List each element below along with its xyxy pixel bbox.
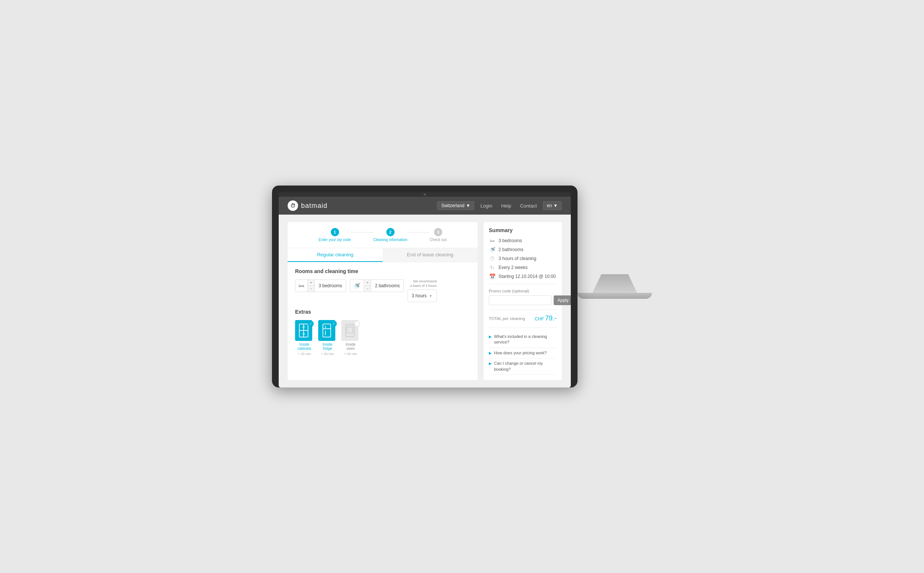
cabinets-label: Insidecabinets <box>297 342 311 351</box>
bedrooms-decrement-button[interactable]: − <box>308 286 315 292</box>
svg-point-14 <box>349 325 350 326</box>
summary-calendar-icon: 📅 <box>489 274 495 279</box>
summary-bathrooms-text: 2 bathrooms <box>498 247 523 252</box>
faq-text-1: What's included in a cleaning service? <box>494 334 557 345</box>
step-3: 3 Check out <box>429 228 446 242</box>
svg-point-4 <box>304 327 305 327</box>
fridge-svg <box>321 323 332 338</box>
svg-point-6 <box>304 334 305 335</box>
rooms-section-title: Rooms and cleaning time <box>295 268 470 274</box>
svg-point-3 <box>302 327 303 327</box>
bath-icon: 🚿 <box>350 280 364 292</box>
tab-regular-cleaning[interactable]: Regular cleaning <box>288 248 383 262</box>
hours-value: 3 hours <box>412 293 427 298</box>
oven-icon-wrap <box>341 320 360 341</box>
faq-item-1[interactable]: ▶ What's included in a cleaning service? <box>489 332 557 348</box>
rooms-controls: 🛏 + − 3 bedrooms 🚿 <box>295 279 404 292</box>
logo-icon: ⏱ <box>288 200 298 211</box>
bedrooms-value: 3 bedrooms <box>315 283 346 288</box>
total-row: TOTAL per cleaning CHF79.- <box>489 310 557 322</box>
step-3-label: Check out <box>429 238 446 242</box>
currency-label: CHF <box>535 316 544 321</box>
progress-steps: 1 Enter your zip code 2 Cleaning informa… <box>288 222 478 248</box>
faq-text-3: Can I change or cancel my booking? <box>494 361 557 372</box>
summary-clock-icon: ⏱ <box>489 255 495 261</box>
hours-arrow-icon: ▼ <box>429 294 432 298</box>
step-1-circle: 1 <box>331 228 339 236</box>
bedrooms-stepper: 🛏 + − 3 bedrooms <box>295 279 346 292</box>
country-label: Switzerland <box>441 203 464 208</box>
summary-hours: ⏱ 3 hours of cleaning <box>489 255 557 261</box>
total-price: CHF79.- <box>535 315 557 322</box>
cabinets-sublabel: + 30 min <box>298 352 311 356</box>
extras-title: Extras <box>295 309 470 315</box>
svg-point-5 <box>302 334 303 335</box>
contact-link[interactable]: Contact <box>517 202 540 210</box>
hours-dropdown[interactable]: 3 hours ▼ <box>407 290 437 302</box>
fridge-sublabel: + 30 min <box>321 352 334 356</box>
svg-rect-12 <box>347 327 353 333</box>
summary-bedrooms-text: 3 bedrooms <box>498 238 522 243</box>
country-selector[interactable]: Switzerland ▼ <box>437 201 474 210</box>
step-1-label: Enter your zip code <box>319 238 351 242</box>
summary-divider <box>489 284 557 284</box>
monitor-shell: ⏱ batmaid Switzerland ▼ Login Help Conta… <box>272 186 578 387</box>
logo-text: batmaid <box>301 202 327 210</box>
summary-title: Summary <box>489 227 557 233</box>
cabinets-svg <box>298 323 309 338</box>
bathrooms-stepper: 🚿 + − 2 bathrooms <box>350 279 404 292</box>
promo-label: Promo code (optional) <box>489 289 557 293</box>
summary-frequency-text: Every 2 weeks <box>498 265 528 270</box>
fridge-icon-wrap: ✓ <box>318 320 337 341</box>
faq-arrow-3-icon: ▶ <box>489 362 492 365</box>
navbar: ⏱ batmaid Switzerland ▼ Login Help Conta… <box>279 197 571 214</box>
step-1: 1 Enter your zip code <box>319 228 351 242</box>
monitor-screen: ⏱ batmaid Switzerland ▼ Login Help Conta… <box>279 197 571 387</box>
apply-button[interactable]: Apply <box>554 296 571 305</box>
help-link[interactable]: Help <box>498 202 514 210</box>
left-panel: 1 Enter your zip code 2 Cleaning informa… <box>288 222 478 380</box>
faq-section: ▶ What's included in a cleaning service?… <box>489 327 557 375</box>
step-2-circle: 2 <box>386 228 395 236</box>
svg-point-15 <box>352 325 352 326</box>
fridge-label: Insidefridge <box>323 342 333 351</box>
extra-inside-oven[interactable]: Insideoven + 30 min <box>341 320 360 356</box>
monitor-bezel <box>279 192 571 197</box>
oven-label: Insideoven <box>346 342 356 351</box>
tab-end-of-lease[interactable]: End of lease cleaning <box>383 248 478 262</box>
summary-date: 📅 Starting 12.10.2014 @ 10:00 <box>489 274 557 279</box>
country-arrow-icon: ▼ <box>466 203 470 208</box>
bed-icon: 🛏 <box>296 280 308 292</box>
language-selector[interactable]: en ▼ <box>543 201 562 210</box>
logo: ⏱ batmaid <box>288 200 327 211</box>
total-label: TOTAL per cleaning <box>489 316 525 321</box>
summary-bedrooms: 🛏 3 bedrooms <box>489 238 557 244</box>
bedrooms-increment-button[interactable]: + <box>308 280 315 286</box>
faq-arrow-2-icon: ▶ <box>489 351 492 355</box>
login-link[interactable]: Login <box>477 202 495 210</box>
recommendation-text: We recommenda basis of 3 hours <box>410 279 437 288</box>
bathrooms-stepper-controls: + − <box>364 280 371 292</box>
faq-item-2[interactable]: ▶ How does your pricing work? <box>489 348 557 359</box>
bathrooms-decrement-button[interactable]: − <box>364 286 371 292</box>
panel-body: Rooms and cleaning time 🛏 + − 3 bedrooms <box>288 262 478 362</box>
summary-panel: Summary 🛏 3 bedrooms 🚿 2 bathrooms ⏱ 3 h… <box>484 222 562 380</box>
faq-arrow-1-icon: ▶ <box>489 335 492 339</box>
promo-input[interactable] <box>489 296 551 305</box>
hours-section: We recommenda basis of 3 hours 3 hours ▼ <box>407 279 437 302</box>
extra-inside-cabinets[interactable]: ✓ Insidecabinets + 30 min <box>295 320 314 356</box>
summary-bathrooms: 🚿 2 bathrooms <box>489 247 557 253</box>
bathrooms-increment-button[interactable]: + <box>364 280 371 286</box>
extra-inside-fridge[interactable]: ✓ Insidefridge + 30 min <box>318 320 337 356</box>
bathrooms-value: 2 bathrooms <box>371 283 404 288</box>
price-value: 79.- <box>545 315 557 322</box>
extras-row: ✓ Insidecabinets + 30 min <box>295 320 470 356</box>
faq-item-3[interactable]: ▶ Can I change or cancel my booking? <box>489 359 557 375</box>
summary-hours-text: 3 hours of cleaning <box>498 256 536 261</box>
bedrooms-stepper-controls: + − <box>308 280 315 292</box>
monitor-camera <box>424 193 426 196</box>
step-3-circle: 3 <box>434 228 442 236</box>
step-2: 2 Cleaning information <box>373 228 407 242</box>
navbar-right: Switzerland ▼ Login Help Contact en ▼ <box>437 201 562 210</box>
summary-bath-icon: 🚿 <box>489 247 495 253</box>
